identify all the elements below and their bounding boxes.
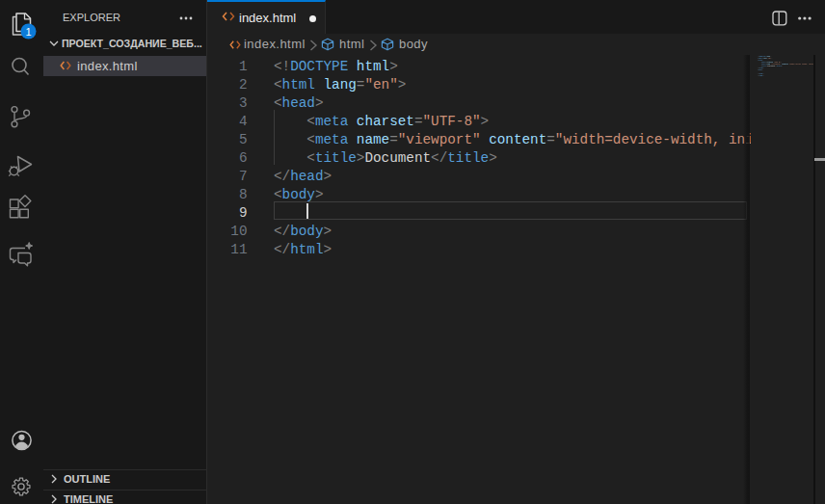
- svg-text:1: 1: [25, 26, 31, 38]
